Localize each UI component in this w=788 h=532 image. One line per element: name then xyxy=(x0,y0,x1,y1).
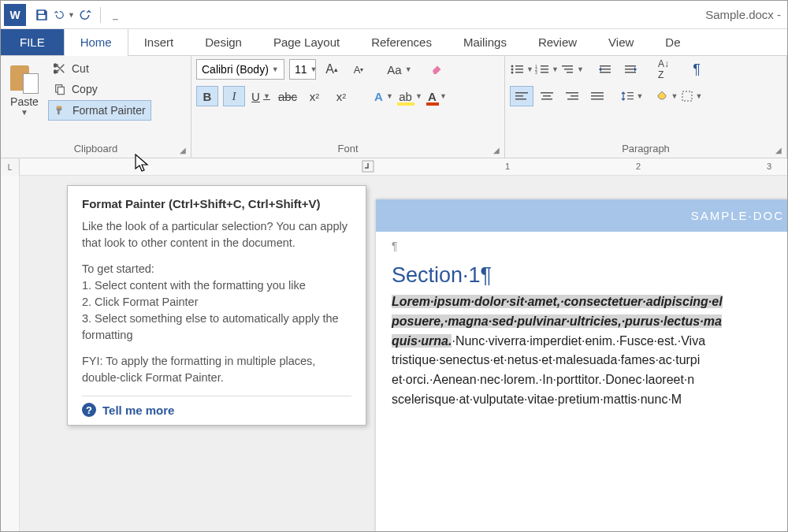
tooltip-step3: 3. Select something else to automaticall… xyxy=(82,312,339,341)
text-effects-button[interactable]: A▼ xyxy=(373,86,395,106)
decrease-indent-button[interactable] xyxy=(593,59,617,80)
paste-icon xyxy=(10,62,39,94)
align-left-button[interactable] xyxy=(510,86,533,106)
svg-point-8 xyxy=(511,72,514,74)
align-right-button[interactable] xyxy=(560,86,584,106)
tooltip-title: Format Painter (Ctrl+Shift+C, Ctrl+Shift… xyxy=(82,197,351,210)
group-clipboard: Paste ▼ Cut Copy xyxy=(1,56,191,158)
undo-button[interactable]: ▼ xyxy=(53,4,75,26)
ribbon-tabs: FILE Home Insert Design Page Layout Refe… xyxy=(1,29,787,56)
tab-developer[interactable]: De xyxy=(649,29,696,55)
tooltip-p2: To get started: xyxy=(82,262,154,275)
tab-file[interactable]: FILE xyxy=(1,29,64,55)
bold-button[interactable]: B xyxy=(196,86,218,106)
copy-icon xyxy=(53,82,67,96)
pilcrow-mark: ¶ xyxy=(376,232,787,252)
save-button[interactable] xyxy=(31,4,53,26)
vertical-ruler[interactable] xyxy=(1,176,20,532)
font-size-select[interactable]: 11▼ xyxy=(289,59,316,80)
paragraph-launcher[interactable]: ◢ xyxy=(775,146,782,154)
line-spacing-button[interactable]: ▼ xyxy=(620,86,644,106)
svg-rect-32 xyxy=(571,95,578,97)
format-painter-tooltip: Format Painter (Ctrl+Shift+C, Ctrl+Shift… xyxy=(67,185,366,426)
align-center-button[interactable] xyxy=(535,86,559,106)
cut-button[interactable]: Cut xyxy=(48,59,151,78)
group-label-clipboard: Clipboard xyxy=(6,141,186,158)
svg-rect-39 xyxy=(627,99,634,99)
justify-button[interactable] xyxy=(585,86,609,106)
change-case-button[interactable]: Aa▼ xyxy=(388,59,411,80)
paintbrush-icon xyxy=(54,103,68,117)
body-text[interactable]: Lorem·ipsum·dolor·sit·amet,·consectetuer… xyxy=(376,292,787,410)
subscript-button[interactable]: x2 xyxy=(303,86,325,106)
redo-button[interactable] xyxy=(75,4,97,26)
show-marks-button[interactable]: ¶ xyxy=(685,59,708,80)
svg-rect-36 xyxy=(591,99,604,100)
numbering-button[interactable]: 123▼ xyxy=(535,59,559,80)
svg-rect-40 xyxy=(682,91,692,101)
ribbon: Paste ▼ Cut Copy xyxy=(1,56,787,158)
copy-button[interactable]: Copy xyxy=(48,80,151,99)
font-launcher[interactable]: ◢ xyxy=(493,146,500,154)
tab-review[interactable]: Review xyxy=(522,29,593,55)
font-name-select[interactable]: Calibri (Body)▼ xyxy=(196,59,284,80)
tab-references[interactable]: References xyxy=(355,29,448,55)
paste-button[interactable]: Paste ▼ xyxy=(6,59,43,121)
clear-formatting-button[interactable] xyxy=(426,59,448,80)
svg-rect-24 xyxy=(625,72,636,73)
horizontal-ruler[interactable]: 1 2 3 xyxy=(20,158,787,175)
sort-button[interactable]: A↓Z xyxy=(652,59,675,80)
tab-insert[interactable]: Insert xyxy=(128,29,190,55)
page[interactable]: SAMPLE·DOC ¶ Section·1¶ Lorem·ipsum·dolo… xyxy=(376,199,787,532)
svg-rect-31 xyxy=(566,92,578,94)
tab-home[interactable]: Home xyxy=(64,29,128,55)
borders-button[interactable]: ▼ xyxy=(680,86,704,106)
svg-rect-29 xyxy=(543,95,551,97)
section-heading[interactable]: Section·1¶ xyxy=(376,252,787,292)
titlebar: W ▼ ⎯ Sample.docx - xyxy=(1,1,787,29)
svg-rect-7 xyxy=(515,69,523,70)
svg-rect-20 xyxy=(600,69,611,70)
tooltip-p1: Like the look of a particular selection?… xyxy=(82,218,351,251)
tab-mailings[interactable]: Mailings xyxy=(448,29,522,55)
highlight-button[interactable]: ab▼ xyxy=(400,86,422,106)
svg-text:3: 3 xyxy=(535,70,537,75)
strikethrough-button[interactable]: abc xyxy=(277,86,299,106)
tab-design[interactable]: Design xyxy=(189,29,258,55)
group-paragraph: ▼ 123▼ ▼ A↓Z ¶ ▼ ▼ ▼ xyxy=(505,56,787,158)
svg-rect-26 xyxy=(515,95,523,97)
grow-font-button[interactable]: A▴ xyxy=(321,59,343,80)
chevron-down-icon: ▼ xyxy=(20,108,28,117)
font-color-button[interactable]: A▼ xyxy=(426,86,448,106)
multilevel-list-button[interactable]: ▼ xyxy=(560,59,584,80)
ruler-corner[interactable]: L xyxy=(1,158,20,176)
increase-indent-button[interactable] xyxy=(619,59,642,80)
paste-label: Paste xyxy=(10,95,39,108)
help-icon: ? xyxy=(82,403,96,417)
tab-page-layout[interactable]: Page Layout xyxy=(258,29,355,55)
svg-rect-27 xyxy=(515,99,526,100)
qat-separator xyxy=(100,7,101,23)
clipboard-launcher[interactable]: ◢ xyxy=(180,146,186,154)
svg-rect-23 xyxy=(625,69,636,70)
tab-selector-icon[interactable] xyxy=(362,160,374,173)
bullets-button[interactable]: ▼ xyxy=(510,59,533,80)
tooltip-step2: 2. Click Format Painter xyxy=(82,296,198,308)
svg-rect-5 xyxy=(515,65,523,67)
svg-rect-15 xyxy=(541,72,548,73)
superscript-button[interactable]: x2 xyxy=(330,86,352,106)
svg-rect-25 xyxy=(515,92,528,94)
tell-me-more-link[interactable]: Tell me more xyxy=(102,404,174,417)
underline-button[interactable]: U▼ xyxy=(250,86,272,106)
format-painter-button[interactable]: Format Painter xyxy=(48,100,151,121)
tab-view[interactable]: View xyxy=(593,29,649,55)
copy-label: Copy xyxy=(72,83,98,95)
italic-button[interactable]: I xyxy=(223,86,245,106)
svg-rect-34 xyxy=(591,92,604,94)
group-label-paragraph: Paragraph xyxy=(510,141,782,158)
cut-label: Cut xyxy=(72,62,89,75)
qat-customize-button[interactable]: ⎯ xyxy=(104,4,126,26)
shading-button[interactable]: ▼ xyxy=(655,86,678,106)
shrink-font-button[interactable]: A▾ xyxy=(348,59,370,80)
svg-rect-9 xyxy=(515,72,523,73)
